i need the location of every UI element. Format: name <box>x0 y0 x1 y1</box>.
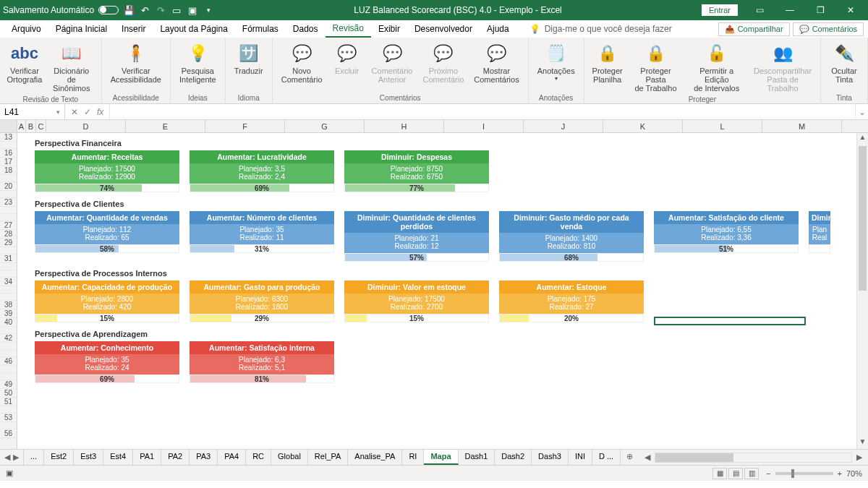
sheet-tab[interactable]: Global <box>271 450 308 465</box>
tab-home[interactable]: Página Inicial <box>48 21 114 37</box>
sheet-tab[interactable]: Est2 <box>44 450 74 465</box>
sheet-tab[interactable]: Dash2 <box>495 450 532 465</box>
row-header[interactable] <box>0 263 17 270</box>
horizontal-scrollbar[interactable]: ◀ ▶ <box>639 450 868 465</box>
accessibility-button[interactable]: 🧍Verificar Acessibilidade <box>106 40 166 85</box>
row-header[interactable]: 53 <box>0 414 17 422</box>
sheet-tab[interactable]: Est3 <box>74 450 103 465</box>
thesaurus-button[interactable]: 📖Dicionário de Sinônimos <box>46 40 97 94</box>
scroll-down-icon[interactable]: ▼ <box>857 437 868 449</box>
vertical-scrollbar[interactable]: ▲ ▼ <box>856 133 868 449</box>
row-header[interactable]: 50 <box>0 389 17 398</box>
column-header[interactable]: H <box>365 120 444 132</box>
normal-view-icon[interactable]: ▦ <box>712 468 727 479</box>
row-header[interactable] <box>0 270 17 278</box>
row-header[interactable]: 13 <box>0 133 17 142</box>
sheet-tab[interactable]: RC <box>246 450 271 465</box>
row-header[interactable]: 49 <box>0 380 17 389</box>
tab-review[interactable]: Revisão <box>326 20 371 38</box>
row-header[interactable] <box>0 294 17 301</box>
spellcheck-button[interactable]: abcVerificar Ortografia <box>4 40 45 94</box>
row-header[interactable]: 31 <box>0 254 17 263</box>
record-macro-icon[interactable]: ▣ <box>6 468 13 478</box>
sheet-tab[interactable]: Analise_PA <box>348 450 402 465</box>
scrollbar-thumb[interactable] <box>859 146 867 291</box>
notes-button[interactable]: 🗒️Anotações▾ <box>533 40 579 83</box>
row-header[interactable]: 27 <box>0 221 17 230</box>
save-icon[interactable]: 💾 <box>123 4 135 16</box>
row-header[interactable]: 29 <box>0 239 17 247</box>
column-header[interactable]: G <box>285 120 365 132</box>
autosave-toggle[interactable]: Salvamento Automático <box>3 5 119 15</box>
column-header[interactable]: E <box>126 120 205 132</box>
row-header[interactable]: 39 <box>0 309 17 318</box>
tab-data[interactable]: Dados <box>286 21 326 37</box>
row-header[interactable] <box>0 142 17 149</box>
hideink-button[interactable]: ✒️Ocultar Tinta <box>825 40 863 85</box>
camera-icon[interactable]: ▣ <box>187 4 198 16</box>
zoom-control[interactable]: − + 70% <box>766 469 862 478</box>
row-header[interactable]: 42 <box>0 334 17 343</box>
sheet-tab[interactable]: Dash1 <box>459 450 495 465</box>
fx-icon[interactable]: fx <box>97 107 103 117</box>
row-header[interactable] <box>0 191 17 198</box>
scroll-right-icon[interactable]: ▶ <box>854 453 865 462</box>
sheet-tab[interactable]: D ... <box>592 450 621 465</box>
tab-formulas[interactable]: Fórmulas <box>235 21 286 37</box>
page-layout-view-icon[interactable]: ▤ <box>728 468 743 479</box>
tab-help[interactable]: Ajuda <box>480 21 516 37</box>
maximize-icon[interactable]: ❐ <box>806 0 835 20</box>
row-header[interactable]: 51 <box>0 398 17 406</box>
zoom-out-icon[interactable]: − <box>766 469 770 478</box>
row-header[interactable] <box>0 207 17 214</box>
redo-icon[interactable]: ↷ <box>155 4 166 16</box>
row-header[interactable]: 20 <box>0 182 17 191</box>
scroll-left-icon[interactable]: ◀ <box>642 453 653 462</box>
sheet-tab[interactable]: Mapa <box>424 450 458 465</box>
close-icon[interactable]: ✕ <box>836 0 865 20</box>
formula-input[interactable] <box>110 104 855 119</box>
comments-button[interactable]: 💬Comentários <box>793 22 864 36</box>
sheet-tab[interactable]: RI <box>402 450 424 465</box>
signin-button[interactable]: Entrar <box>702 4 738 16</box>
scroll-up-icon[interactable]: ▲ <box>857 133 868 145</box>
row-header[interactable] <box>0 350 17 357</box>
row-header[interactable]: 18 <box>0 166 17 175</box>
row-header[interactable]: 38 <box>0 301 17 309</box>
row-header[interactable]: 28 <box>0 230 17 239</box>
row-header[interactable]: 34 <box>0 278 17 286</box>
qat-dropdown-icon[interactable]: ▾ <box>203 4 214 16</box>
showcomments-button[interactable]: 💬Mostrar Comentários <box>469 40 523 85</box>
tab-layout[interactable]: Layout da Página <box>153 21 234 37</box>
allowedit-button[interactable]: 🔓Permitir a Edição de Intervalos <box>685 40 748 94</box>
row-headers[interactable]: 1316171820232728293134383940424649505153… <box>0 133 17 449</box>
column-header[interactable]: I <box>444 120 524 132</box>
tab-insert[interactable]: Inserir <box>114 21 153 37</box>
sheet-tab[interactable]: Est4 <box>103 450 133 465</box>
column-header[interactable]: K <box>603 120 683 132</box>
column-header[interactable]: A <box>17 120 26 132</box>
row-header[interactable]: 23 <box>0 198 17 207</box>
sheet-tab[interactable]: PA1 <box>133 450 161 465</box>
translate-button[interactable]: 🈂️Traduzir <box>230 40 268 77</box>
protectsheet-button[interactable]: 🔒Proteger Planilha <box>589 40 626 94</box>
accept-formula-icon[interactable]: ✓ <box>84 107 91 117</box>
tab-view[interactable]: Exibir <box>371 21 407 37</box>
row-header[interactable] <box>0 327 17 334</box>
sheet-tab[interactable]: PA3 <box>190 450 218 465</box>
row-header[interactable] <box>0 366 17 373</box>
row-header[interactable] <box>0 286 17 294</box>
row-header[interactable] <box>0 175 17 182</box>
sheet-tab[interactable]: ... <box>24 450 44 465</box>
column-header[interactable]: F <box>205 120 285 132</box>
page-break-view-icon[interactable]: ▥ <box>744 468 759 479</box>
sheet-nav-prev-icon[interactable]: ◀ <box>4 453 10 462</box>
column-headers[interactable]: ABCDEFGHIJKLM <box>0 120 868 133</box>
touch-mode-icon[interactable]: ▭ <box>171 4 182 16</box>
cancel-formula-icon[interactable]: ✕ <box>71 107 78 117</box>
spreadsheet-grid[interactable]: 1316171820232728293134383940424649505153… <box>0 133 868 449</box>
row-header[interactable]: 56 <box>0 429 17 438</box>
tab-developer[interactable]: Desenvolvedor <box>407 21 480 37</box>
column-header[interactable]: M <box>762 120 842 132</box>
smartlookup-button[interactable]: 💡Pesquisa Inteligente <box>175 40 221 85</box>
